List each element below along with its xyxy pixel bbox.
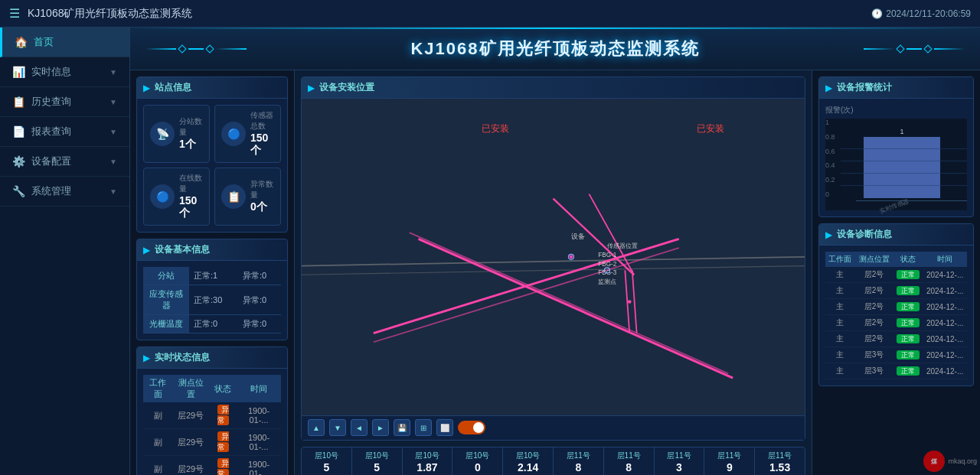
bottom-data-cell-6: 层11号 8 [604,447,655,475]
alarm-stats-header: ▶ 设备报警统计 [819,77,973,99]
svg-text:传感器位置: 传感器位置 [607,242,638,249]
bottom-cell-value-0: 5 [324,461,330,473]
y-label-2: 0.6 [825,148,835,155]
stat-label-abnormal: 异常数量 [250,179,274,200]
stat-info-sensors: 传感器总数 150个 [250,110,274,158]
realtime-table: 工作面 测点位置 状态 时间 副 层29号 异常 1900-01-... 副 层… [143,375,281,475]
map-toggle[interactable] [458,421,485,434]
sidebar-label-system: 系统管理 [31,184,71,198]
map-down-btn[interactable]: ▼ [329,419,346,436]
bottom-cell-value-2: 1.87 [416,461,437,473]
svg-rect-0 [302,100,805,415]
stat-card-substations: 📡 分站数量 1个 [143,105,210,163]
map-title: 设备安装位置 [319,81,374,94]
deco-diamond-left [178,44,186,53]
bottom-cell-label-2: 层10号 [415,451,439,461]
col-time: 时间 [237,375,281,402]
device-row-normal-0: 正常:1 [189,267,238,285]
device-icon: ⚙️ [12,155,25,168]
app-title: KJ1068矿用光纤顶板动态监测系统 [28,7,192,21]
diag-time-6: 2024-12-... [923,363,967,379]
diag-status-6: 正常 [893,363,923,379]
diag-face-5: 主 [825,347,855,363]
content-area: KJ1068矿用光纤顶板动态监测系统 ▶ 站点信息 [130,28,980,475]
rt-status-2: 异常 [209,456,237,476]
sidebar-item-system[interactable]: 🔧 系统管理 ▼ [0,177,129,207]
svg-text:已安装: 已安装 [482,123,509,133]
stat-card-online: 🔵 在线数量 150个 [143,168,210,226]
rt-status-1: 异常 [209,429,237,456]
stat-label-sensors: 传感器总数 [250,110,274,132]
bottom-cell-value-6: 8 [626,461,632,473]
sidebar-item-home[interactable]: 🏠 首页 [0,28,129,57]
map-save-btn[interactable]: 💾 [394,419,410,436]
y-label-0: 1 [825,119,835,126]
bottom-data-cell-0: 层10号 5 [302,447,352,475]
sidebar-item-history[interactable]: 📋 历史查询 ▼ [0,87,129,117]
watermark-text: mkaq.org [948,457,977,465]
map-right-btn[interactable]: ► [372,419,389,436]
watermark: 煤 mkaq.org [923,451,977,472]
diag-table-row: 主 层2号 正常 2024-12-... [825,299,967,315]
chart-bars-area: 1 实时传感器 [841,119,967,210]
chevron-down-icon: ▼ [109,68,117,76]
map-section-header: ▶ 设备安装位置 [302,77,805,99]
bottom-data-cell-5: 层11号 8 [554,447,604,475]
map-grid-btn[interactable]: ⊞ [415,419,432,436]
bottom-cell-label-5: 层11号 [567,451,590,461]
online-icon: 🔵 [150,184,175,209]
datetime-display: 2024/12/11-20:06:59 [886,8,971,19]
col-status: 状态 [209,375,237,402]
chart-value-0: 1 [900,128,903,135]
diag-face-3: 主 [825,315,855,331]
rt-point-2: 层29号 [172,456,209,476]
bottom-cell-label-3: 层10号 [466,451,489,461]
alarm-stats-section: ▶ 设备报警统计 报警(次) 1 0.8 0.6 0.4 0.2 [818,76,974,217]
sidebar-item-report[interactable]: 📄 报表查询 ▼ [0,117,129,147]
diag-face-2: 主 [825,299,855,315]
diag-info-title: 设备诊断信息 [837,228,892,241]
map-left-btn[interactable]: ◄ [351,419,368,436]
diag-point-1: 层2号 [855,283,893,299]
stat-label-substations: 分站数量 [179,116,203,138]
deco-diamond-right [896,44,904,53]
svg-text:监测点: 监测点 [598,278,616,285]
stat-value-sensors: 150个 [250,132,274,158]
station-info-section: ▶ 站点信息 📡 分站数量 1个 [136,76,288,233]
sidebar-item-device[interactable]: ⚙️ 设备配置 ▼ [0,147,129,177]
rt-table-row: 副 层29号 异常 1900-01-... [143,429,281,456]
map-fullscreen-btn[interactable]: ⬜ [436,419,453,436]
deco-line-right [864,48,894,50]
chart-area: 1 0.8 0.6 0.4 0.2 0 1 [825,119,967,210]
diag-status-5: 正常 [893,347,923,363]
diag-status-3: 正常 [893,315,923,331]
alarm-stats-title: 设备报警统计 [837,81,892,94]
diag-status-1: 正常 [893,283,923,299]
rt-table-row: 副 层29号 异常 1900-01-... [143,402,281,429]
map-controls: ▲ ▼ ◄ ► 💾 ⊞ ⬜ [302,415,805,440]
diag-point-5: 层3号 [855,347,893,363]
chart-x-axis [856,200,967,201]
diag-face-0: 主 [825,267,855,283]
header-deco-right [864,46,965,52]
svg-text:设备: 设备 [571,233,585,240]
svg-text:FBG-2: FBG-2 [598,261,617,268]
menu-icon[interactable]: ☰ [9,6,20,21]
sidebar-item-realtime[interactable]: 📊 实时信息 ▼ [0,57,129,87]
realtime-status-section: ▶ 实时状态信息 工作面 测点位置 状态 时间 [136,346,288,475]
station-info-title: 站点信息 [155,81,191,94]
stat-info-online: 在线数量 150个 [179,173,203,220]
device-basic-body: 分站 正常:1 异常:0 应变传感器 正常:30 异常:0 光栅温度 [137,261,287,340]
map-up-btn[interactable]: ▲ [308,419,325,436]
diag-time-2: 2024-12-... [923,299,967,315]
diag-status-2: 正常 [893,299,923,315]
substation-icon: 📡 [150,122,175,146]
bottom-cell-value-7: 3 [676,461,682,473]
realtime-arrow: ▶ [143,353,150,363]
bottom-data-cell-4: 层10号 2.14 [503,447,554,475]
stat-label-online: 在线数量 [179,173,203,194]
rt-face-0: 副 [143,402,172,429]
device-row-abnormal-0: 异常:0 [238,267,281,285]
y-label-4: 0.2 [825,176,835,184]
bottom-cell-value-9: 1.53 [769,461,790,473]
